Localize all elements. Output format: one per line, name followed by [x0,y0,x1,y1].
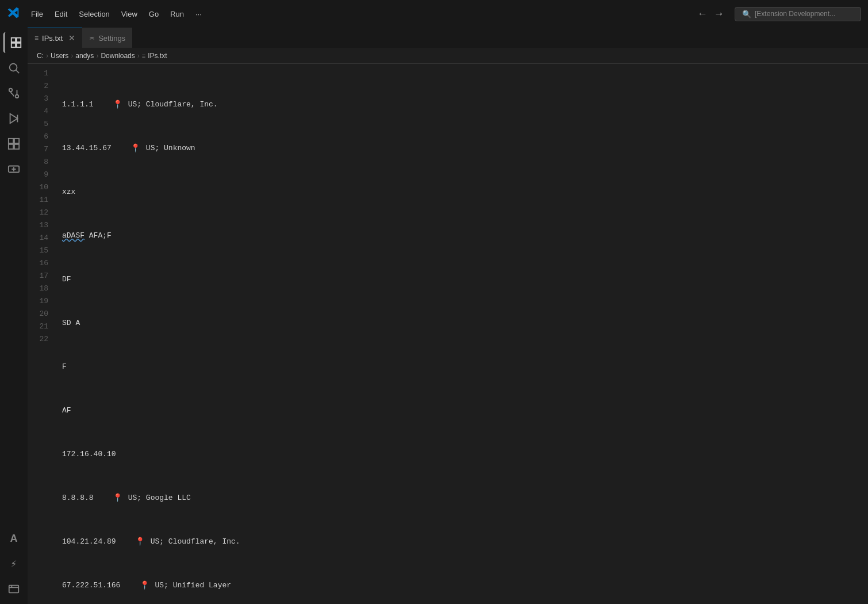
activity-bar: A ⚡ [0,28,28,604]
titlebar: File Edit Selection View Go Run ··· ← → … [0,0,868,28]
menu-more[interactable]: ··· [191,7,206,21]
breadcrumb-downloads[interactable]: Downloads [101,52,135,60]
tab-settings-icon: ≍ [89,34,95,42]
svg-point-7 [16,95,19,98]
breadcrumb-c[interactable]: C: [37,52,44,60]
svg-point-4 [10,64,17,71]
code-line-6: SD A [62,317,868,330]
search-icon: 🔍 [742,10,751,18]
svg-rect-0 [11,38,16,42]
extensions-activity-icon[interactable] [3,133,24,154]
search-placeholder-text: [Extension Development... [755,10,835,18]
menu-selection[interactable]: Selection [74,7,114,21]
svg-rect-3 [17,43,21,47]
search-activity-icon[interactable] [3,58,24,78]
tab-settings[interactable]: ≍ Settings [82,28,132,48]
tabs-bar: ≡ IPs.txt ✕ ≍ Settings [28,28,868,48]
menu-file[interactable]: File [26,7,48,21]
menu-edit[interactable]: Edit [50,7,72,21]
source-control-activity-icon[interactable] [3,83,24,104]
code-content[interactable]: 1.1.1.1 📍 US; Cloudflare, Inc. 13.44.15.… [57,64,868,604]
svg-rect-11 [9,139,13,143]
nav-back-button[interactable]: ← [696,7,709,21]
svg-point-6 [9,89,13,92]
code-line-2: 13.44.15.67 📍 US; Unknown [62,142,868,155]
tab-ips-txt[interactable]: ≡ IPs.txt ✕ [28,28,82,48]
code-line-9: 172.16.40.10 [62,448,868,461]
activity-bar-bottom: A ⚡ [3,528,24,604]
breadcrumb-filename[interactable]: IPs.txt [148,52,167,60]
code-line-8: AF [62,404,868,417]
tab-close-button[interactable]: ✕ [68,33,75,43]
svg-rect-1 [17,38,21,42]
breadcrumb-users[interactable]: Users [51,52,68,60]
code-line-5: DF [62,273,868,286]
main-layout: A ⚡ ≡ IPs.txt ✕ ≍ Settings [0,28,868,604]
lightning-activity-icon[interactable]: ⚡ [3,553,24,574]
svg-rect-13 [9,144,13,149]
tab-label: IPs.txt [42,34,63,43]
codesnap-activity-icon[interactable]: A [3,528,24,549]
run-debug-activity-icon[interactable] [3,108,24,129]
code-line-4: aDASF AFA;F [62,230,868,242]
svg-rect-14 [14,144,19,149]
pin-icon-12: 📍 [140,579,149,592]
pin-icon-10: 📍 [113,492,122,504]
svg-line-5 [16,70,19,73]
search-bar[interactable]: 🔍 [Extension Development... [735,7,861,21]
pin-icon-1: 📍 [113,98,122,111]
code-line-3: xzx [62,186,868,198]
nav-buttons: ← → [696,7,725,21]
code-line-11: 104.21.24.89 📍 US; Cloudflare, Inc. [62,536,868,548]
menu-bar: File Edit Selection View Go Run ··· [26,7,686,21]
menu-run[interactable]: Run [166,7,189,21]
account-activity-icon[interactable] [3,579,24,599]
vscode-logo [7,6,20,22]
tab-settings-label: Settings [98,34,125,43]
svg-marker-9 [10,114,18,124]
explorer-activity-icon[interactable] [3,32,24,53]
menu-go[interactable]: Go [144,7,163,21]
code-line-12: 67.222.51.166 📍 US; Unified Layer [62,579,868,592]
editor-area: ≡ IPs.txt ✕ ≍ Settings C: › Users › andy… [28,28,868,604]
svg-rect-18 [9,586,19,593]
menu-view[interactable]: View [117,7,142,21]
code-line-10: 8.8.8.8 📍 US; Google LLC [62,492,868,504]
breadcrumb-andys[interactable]: andys [75,52,94,60]
svg-rect-12 [14,139,19,143]
line-numbers: 1 2 3 4 5 6 7 8 9 10 11 12 13 14 15 16 1… [28,64,57,604]
breadcrumb: C: › Users › andys › Downloads › ≡ IPs.t… [28,48,868,64]
nav-forward-button[interactable]: → [712,7,725,21]
code-editor[interactable]: 1 2 3 4 5 6 7 8 9 10 11 12 13 14 15 16 1… [28,64,868,604]
code-line-7: F [62,361,868,373]
pin-icon-2: 📍 [130,142,140,155]
tab-file-icon: ≡ [34,34,39,42]
remote-activity-icon[interactable] [3,159,24,179]
svg-rect-2 [11,43,16,47]
pin-icon-11: 📍 [135,536,145,548]
code-line-1: 1.1.1.1 📍 US; Cloudflare, Inc. [62,98,868,111]
